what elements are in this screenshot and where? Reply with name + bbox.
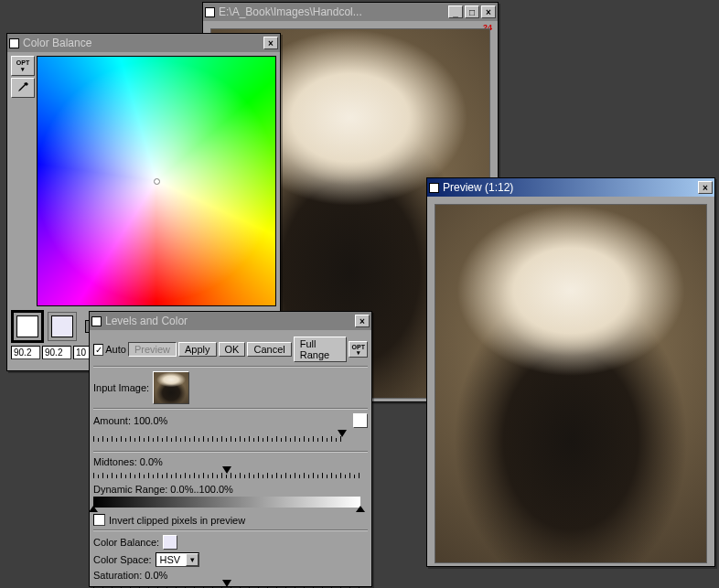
preview-title: Preview (1:12) [443, 181, 698, 194]
color-space-value: HSV [156, 554, 187, 565]
close-button[interactable]: × [481, 5, 496, 18]
picker-marker[interactable] [154, 178, 160, 185]
close-button[interactable]: × [263, 37, 278, 49]
invert-checkbox[interactable] [93, 514, 105, 526]
minimize-button[interactable]: _ [448, 5, 463, 18]
preview-image [435, 205, 706, 562]
midtones-label: Midtones: 0.0% [93, 456, 163, 467]
ok-button[interactable]: OK [219, 342, 246, 357]
full-range-button[interactable]: Full Range [294, 337, 348, 362]
chevron-down-icon: ▾ [357, 350, 360, 355]
app-icon [91, 316, 102, 326]
midtones-slider-handle[interactable] [222, 466, 231, 474]
eyedropper-icon [16, 81, 29, 94]
dynamic-range-low-handle[interactable] [89, 506, 98, 512]
app-icon [429, 183, 439, 193]
options-button[interactable]: OPT ▾ [349, 341, 368, 358]
input-image-label: Input Image: [93, 382, 149, 393]
image-window-title: E:\A_Book\Images\Handcol... [219, 5, 448, 18]
invert-label: Invert clipped pixels in preview [109, 515, 245, 526]
apply-button[interactable]: Apply [178, 342, 217, 357]
foreground-swatch[interactable] [16, 315, 38, 337]
opt-label: OPT [16, 59, 29, 66]
color-space-select[interactable]: HSV ▾ [156, 552, 200, 567]
color-balance-title: Color Balance [23, 37, 263, 49]
amount-label: Amount: 100.0% [93, 415, 167, 426]
background-swatch-frame [48, 312, 77, 341]
color-picker[interactable] [37, 56, 276, 306]
preview-button[interactable]: Preview [128, 342, 177, 357]
eyedropper-button[interactable] [11, 78, 35, 98]
auto-label: Auto [105, 344, 126, 355]
saturation-slider[interactable] [93, 581, 360, 588]
thumbnail-image [154, 372, 188, 403]
close-button[interactable]: × [698, 181, 713, 194]
levels-title: Levels and Color [105, 315, 355, 327]
color-space-label: Color Space: [93, 554, 152, 565]
preview-canvas[interactable] [435, 204, 707, 563]
saturation-slider-handle[interactable] [222, 580, 231, 587]
background-swatch[interactable] [51, 315, 73, 337]
options-button[interactable]: OPT ▾ [11, 56, 35, 76]
maximize-button[interactable]: □ [465, 5, 479, 18]
chevron-down-icon: ▾ [21, 66, 25, 73]
dynamic-range-high-handle[interactable] [356, 506, 365, 512]
amount-swatch[interactable] [353, 413, 368, 428]
color-balance-label: Color Balance: [93, 537, 159, 548]
color-balance-swatch[interactable] [163, 535, 177, 550]
chevron-down-icon: ▾ [186, 553, 199, 566]
levels-titlebar[interactable]: Levels and Color × [90, 312, 371, 330]
auto-checkbox[interactable]: ✓ [93, 344, 103, 356]
midtones-slider[interactable] [93, 467, 360, 484]
image-window-titlebar[interactable]: E:\A_Book\Images\Handcol... _ □ × [203, 3, 498, 21]
app-icon [205, 7, 215, 17]
preview-window: Preview (1:12) × [426, 177, 715, 567]
input-image-thumbnail[interactable] [153, 371, 189, 404]
close-button[interactable]: × [355, 315, 370, 327]
saturation-label: Saturation: 0.0% [93, 570, 167, 581]
foreground-swatch-frame [11, 310, 44, 343]
preview-titlebar[interactable]: Preview (1:12) × [427, 178, 714, 197]
value-input-2[interactable] [42, 346, 71, 359]
levels-window: Levels and Color × ✓ Auto Preview Apply … [89, 311, 372, 587]
dynamic-range-label: Dynamic Range: 0.0%..100.0% [93, 484, 233, 495]
value-input-1[interactable] [11, 346, 40, 359]
color-balance-titlebar[interactable]: Color Balance × [7, 34, 280, 52]
amount-slider-handle[interactable] [338, 430, 347, 437]
amount-slider[interactable] [93, 431, 342, 447]
dynamic-range-gradient [93, 497, 360, 508]
cancel-button[interactable]: Cancel [247, 342, 291, 357]
dynamic-range-slider[interactable] [93, 497, 360, 511]
app-icon [9, 38, 19, 48]
